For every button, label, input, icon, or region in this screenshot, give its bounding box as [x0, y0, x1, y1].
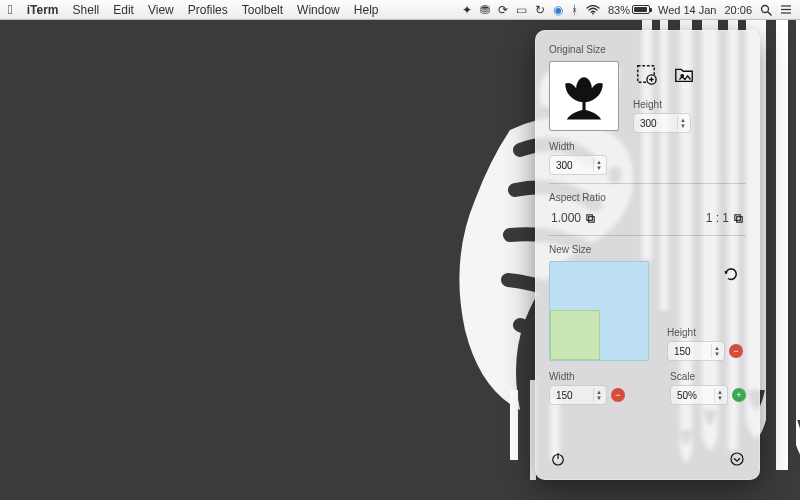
svg-line-2: [768, 12, 771, 15]
original-width-label: Width: [549, 141, 746, 152]
expand-button[interactable]: [728, 450, 746, 470]
sync-icon[interactable]: ↻: [535, 3, 545, 17]
menubar-time[interactable]: 20:06: [724, 4, 752, 16]
size-preview-original: [549, 261, 649, 361]
battery-indicator[interactable]: 83%: [608, 4, 650, 16]
notification-center-icon[interactable]: [780, 4, 792, 15]
apple-menu[interactable]: : [8, 2, 13, 17]
divider: [549, 235, 746, 236]
original-image-thumbnail[interactable]: [549, 61, 619, 131]
svg-rect-24: [589, 216, 595, 222]
menu-extra-icon[interactable]: ⟳: [498, 3, 508, 17]
menu-help[interactable]: Help: [354, 3, 379, 17]
new-width-input[interactable]: 150 ▲▼: [549, 385, 607, 405]
tulip-icon: [559, 71, 609, 121]
svg-rect-25: [735, 214, 741, 220]
divider: [549, 183, 746, 184]
menu-toolbelt[interactable]: Toolbelt: [242, 3, 283, 17]
resize-panel: Original Size: [535, 30, 760, 480]
menubar-right: ✦ ⛃ ⟳ ▭ ↻ ◉ ᚼ 83% Wed 14 Jan 20:06: [462, 3, 792, 17]
menu-window[interactable]: Window: [297, 3, 340, 17]
size-preview-new: [550, 310, 600, 360]
increase-scale-button[interactable]: +: [732, 388, 746, 402]
svg-point-29: [731, 453, 743, 465]
copy-ratio-button[interactable]: [733, 213, 744, 224]
svg-rect-23: [587, 214, 593, 220]
original-size-label: Original Size: [549, 44, 746, 55]
evernote-icon[interactable]: ✦: [462, 3, 472, 17]
selection-add-icon: [635, 63, 657, 85]
svg-rect-10: [776, 20, 788, 470]
stepper[interactable]: ▲▼: [593, 388, 604, 402]
copy-aspect-button[interactable]: [585, 213, 596, 224]
menubar-left:  iTerm Shell Edit View Profiles Toolbel…: [8, 2, 378, 17]
menubar-date[interactable]: Wed 14 Jan: [658, 4, 717, 16]
battery-icon: [632, 5, 650, 14]
original-height-value: 300: [640, 118, 657, 129]
svg-rect-11: [796, 20, 800, 420]
battery-percent: 83%: [608, 4, 630, 16]
menu-profiles[interactable]: Profiles: [188, 3, 228, 17]
chevron-down-circle-icon: [728, 450, 746, 468]
menu-edit[interactable]: Edit: [113, 3, 134, 17]
original-height-input[interactable]: 300 ▲▼: [633, 113, 691, 133]
aspect-ratio-value: 1.000: [551, 211, 581, 225]
wifi-icon[interactable]: [586, 5, 600, 15]
new-width-value: 150: [556, 390, 573, 401]
app-name[interactable]: iTerm: [27, 3, 59, 17]
original-width-value: 300: [556, 160, 573, 171]
undo-button[interactable]: [722, 265, 740, 285]
new-height-value: 150: [674, 346, 691, 357]
svg-point-1: [762, 5, 769, 12]
aspect-ratio-text: 1 : 1: [706, 211, 729, 225]
stepper[interactable]: ▲▼: [677, 116, 688, 130]
menubar:  iTerm Shell Edit View Profiles Toolbel…: [0, 0, 800, 20]
menu-view[interactable]: View: [148, 3, 174, 17]
folder-image-icon: [673, 63, 695, 85]
dropbox-icon[interactable]: ⛃: [480, 3, 490, 17]
undo-icon: [722, 265, 740, 283]
new-width-label: Width: [549, 371, 625, 382]
desktop: Original Size: [0, 20, 800, 500]
open-folder-button[interactable]: [671, 61, 697, 87]
capture-selection-button[interactable]: [633, 61, 659, 87]
new-height-label: Height: [667, 327, 743, 338]
scale-value: 50%: [677, 390, 697, 401]
aspect-ratio-label: Aspect Ratio: [549, 192, 746, 203]
stepper[interactable]: ▲▼: [714, 388, 725, 402]
power-button[interactable]: [549, 450, 567, 470]
menu-extra-icon-2[interactable]: ▭: [516, 3, 527, 17]
new-height-input[interactable]: 150 ▲▼: [667, 341, 725, 361]
new-size-label: New Size: [549, 244, 746, 255]
stepper[interactable]: ▲▼: [711, 344, 722, 358]
bluetooth-icon[interactable]: ᚼ: [571, 3, 578, 17]
do-not-disturb-icon[interactable]: ◉: [553, 3, 563, 17]
spotlight-icon[interactable]: [760, 4, 772, 16]
menu-shell[interactable]: Shell: [73, 3, 100, 17]
power-icon: [549, 450, 567, 468]
original-width-input[interactable]: 300 ▲▼: [549, 155, 607, 175]
stepper[interactable]: ▲▼: [593, 158, 604, 172]
svg-rect-26: [737, 216, 743, 222]
decrease-height-button[interactable]: −: [729, 344, 743, 358]
scale-label: Scale: [670, 371, 746, 382]
svg-point-0: [592, 12, 594, 14]
svg-rect-15: [510, 390, 518, 460]
scale-input[interactable]: 50% ▲▼: [670, 385, 728, 405]
decrease-width-button[interactable]: −: [611, 388, 625, 402]
original-height-label: Height: [633, 99, 697, 110]
